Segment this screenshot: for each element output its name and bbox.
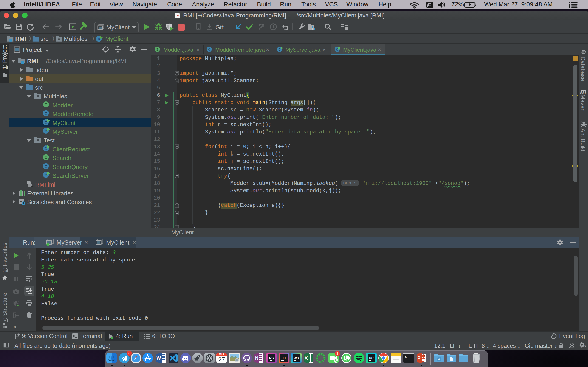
svg-text:P: P [417,356,420,361]
svg-text:>_: >_ [405,356,409,359]
svg-text:X: X [304,356,308,361]
svg-text:IJ: IJ [283,356,286,360]
svg-text:PC: PC [369,356,373,360]
svg-text:?: ? [584,345,586,349]
svg-text:27: 27 [218,356,225,363]
svg-text:W: W [157,356,161,361]
svg-text:MAR: MAR [219,353,224,356]
svg-text:C: C [98,37,100,41]
svg-text:PS: PS [269,356,274,360]
svg-text:N: N [255,356,258,361]
svg-text:WS: WS [294,356,299,360]
